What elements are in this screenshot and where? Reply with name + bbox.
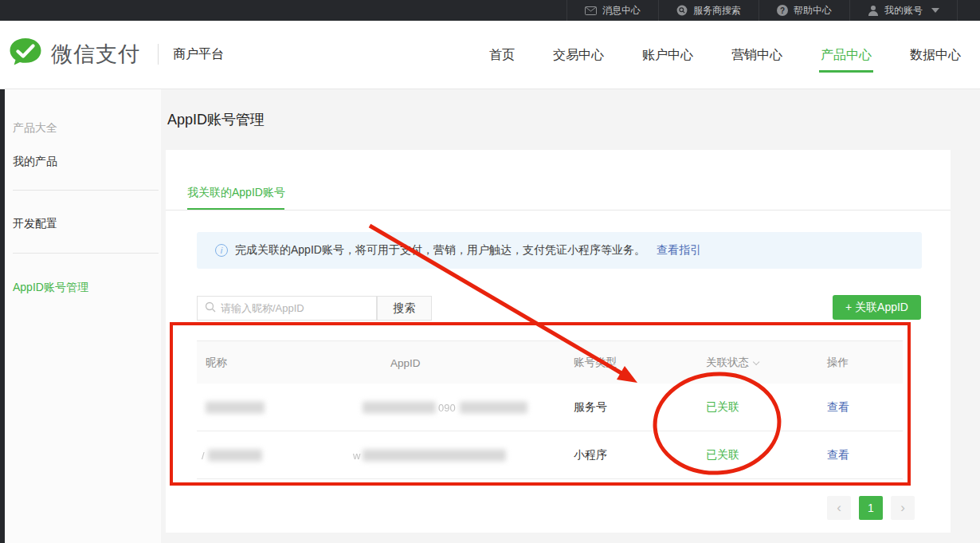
table-row: / w 小程序 已关联 查看 [197,431,903,479]
col-header-account-type: 账号类型 [574,356,617,370]
main-header: 微信支付 商户平台 首页 交易中心 账户中心 营销中心 产品中心 数据中心 [0,21,980,89]
content-card: 我关联的AppID账号 i 完成关联的AppID账号，将可用于支付，营销，用户触… [166,150,951,533]
col-header-nickname: 昵称 [206,356,227,370]
sidebar-divider [13,253,159,254]
table-header-row: 昵称 AppID 账号类型 关联状态 操作 [197,341,903,384]
wechat-pay-merchant-platform: 消息中心 服务商搜索 ? 帮助中心 我的账号 [0,0,980,543]
info-icon: i [215,244,228,257]
tab-bottom-border [166,210,951,211]
next-page-button[interactable]: › [891,496,915,520]
pagination: ‹ 1 › [827,496,915,520]
nav-item-product-center[interactable]: 产品中心 [821,21,872,89]
message-center-label: 消息中心 [602,4,641,18]
info-banner-text: 完成关联的AppID账号，将可用于支付，营销，用户触达，支付凭证小程序等业务。 [235,243,645,258]
sidebar-section-product-catalog: 产品大全 [13,121,57,136]
account-icon [868,5,879,16]
top-utility-bar: 消息中心 服务商搜索 ? 帮助中心 我的账号 [0,0,980,21]
link-appid-button[interactable]: + 关联AppID [833,295,921,320]
nav-item-marketing-center[interactable]: 营销中心 [731,21,782,89]
brand-block: 微信支付 商户平台 [8,37,224,71]
sidebar-divider [13,190,159,191]
brand-name: 微信支付 [51,40,140,69]
appid-visible-fragment: w [353,449,360,461]
account-type-cell: 小程序 [574,448,607,462]
portal-name: 商户平台 [173,46,224,63]
info-banner: i 完成关联的AppID账号，将可用于支付，营销，用户触达，支付凭证小程序等业务… [197,232,922,269]
main-nav: 首页 交易中心 账户中心 营销中心 产品中心 数据中心 [489,21,961,89]
search-button[interactable]: 搜索 [377,296,432,321]
help-center-item[interactable]: ? 帮助中心 [759,0,849,21]
col-header-appid: AppID [390,356,421,368]
redacted-appid [460,401,527,413]
table-row: 090 服务号 已关联 查看 [197,384,903,431]
status-badge: 已关联 [706,448,739,462]
appid-table: 昵称 AppID 账号类型 关联状态 操作 090 服务号 已关联 查看 / w [197,340,903,479]
brand-divider [158,44,159,65]
nav-item-trade-center[interactable]: 交易中心 [553,21,604,89]
my-account-label: 我的账号 [884,4,923,18]
sidebar-item-dev-config[interactable]: 开发配置 [13,217,57,231]
sidebar-item-appid-management[interactable]: AppID账号管理 [13,281,88,295]
appid-visible-fragment: 090 [438,401,456,413]
mail-icon [585,6,597,15]
message-center-item[interactable]: 消息中心 [566,0,658,21]
sidebar: 产品大全 我的产品 开发配置 AppID账号管理 [5,89,161,543]
redacted-appid [363,449,506,461]
search-box [197,296,377,321]
search-input[interactable] [221,302,364,314]
search-icon [205,301,216,316]
my-account-item[interactable]: 我的账号 [849,0,958,21]
help-center-label: 帮助中心 [794,4,832,18]
redacted-nickname [208,449,262,461]
col-header-action: 操作 [827,356,849,370]
provider-search-label: 服务商搜索 [693,4,741,18]
view-guide-link[interactable]: 查看指引 [657,243,701,258]
status-badge: 已关联 [706,400,739,415]
page-1-button[interactable]: 1 [859,496,883,520]
prev-page-button[interactable]: ‹ [827,496,851,520]
sidebar-item-my-products[interactable]: 我的产品 [13,155,57,169]
provider-search-item[interactable]: 服务商搜索 [658,0,759,21]
view-link[interactable]: 查看 [827,448,849,462]
redacted-nickname [206,401,265,413]
provider-search-icon [676,5,688,16]
tab-my-linked-appid[interactable]: 我关联的AppID账号 [187,186,285,200]
nav-item-account-center[interactable]: 账户中心 [642,21,693,89]
col-header-link-status[interactable]: 关联状态 [706,356,757,370]
help-icon: ? [777,5,788,16]
nav-item-data-center[interactable]: 数据中心 [910,21,961,89]
wechat-pay-logo-icon [8,37,43,71]
view-link[interactable]: 查看 [827,400,849,415]
nickname-visible-fragment: / [202,449,205,461]
chevron-down-icon [931,8,939,13]
redacted-appid [363,401,436,413]
nav-item-home[interactable]: 首页 [489,21,515,89]
account-type-cell: 服务号 [574,400,607,415]
sort-caret-icon [753,358,759,364]
page-title: AppID账号管理 [167,110,265,129]
